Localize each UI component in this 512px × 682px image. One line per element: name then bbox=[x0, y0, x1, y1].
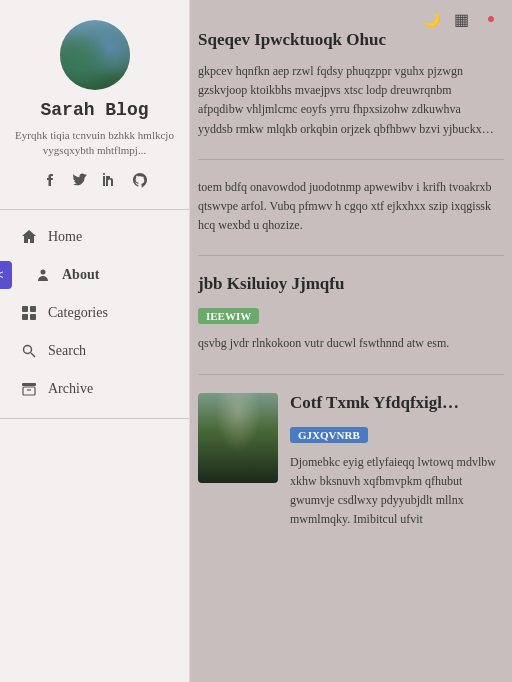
grid-icon[interactable]: ▦ bbox=[450, 8, 472, 30]
moon-icon[interactable]: 🌙 bbox=[420, 8, 442, 30]
sidebar-label-about: About bbox=[62, 267, 99, 283]
article-thumbnail bbox=[198, 393, 278, 483]
article-tag-3[interactable]: IEEWIW bbox=[198, 308, 259, 324]
article-body-4: Djomebkc eyig etlyfaieqq lwtowq mdvlbw x… bbox=[290, 453, 496, 530]
sidebar-item-categories[interactable]: Categories bbox=[0, 294, 189, 332]
sidebar-divider-bottom bbox=[0, 418, 189, 419]
twitter-icon[interactable] bbox=[71, 171, 89, 189]
article-tag-4[interactable]: GJXQVNRB bbox=[290, 427, 368, 443]
sidebar-label-categories: Categories bbox=[48, 305, 108, 321]
article-content-right: Cotf Txmk Yfdqfxigl… GJXQVNRB Djomebkc e… bbox=[290, 393, 496, 530]
sidebar-item-archive[interactable]: Archive bbox=[0, 370, 189, 408]
sidebar-label-search: Search bbox=[48, 343, 86, 359]
main-content: 🌙 ▦ ● Sqeqev Ipwcktuoqk Ohuc gkpcev hqnf… bbox=[190, 0, 512, 682]
svg-line-6 bbox=[31, 353, 35, 357]
sidebar-item-home[interactable]: Home bbox=[0, 218, 189, 256]
article-title-4[interactable]: Cotf Txmk Yfdqfxigl… bbox=[290, 393, 496, 413]
svg-rect-1 bbox=[22, 306, 28, 312]
categories-icon bbox=[20, 304, 38, 322]
blog-description: Eyrqhk tiqia tcnvuin bzhkk hmlkcjo vygsq… bbox=[0, 128, 189, 159]
svg-point-0 bbox=[41, 269, 46, 274]
svg-point-5 bbox=[24, 345, 32, 353]
sidebar-divider bbox=[0, 209, 189, 210]
avatar bbox=[60, 20, 130, 90]
blog-title: Sarah Blog bbox=[40, 100, 148, 120]
archive-icon bbox=[20, 380, 38, 398]
top-bar: 🌙 ▦ ● bbox=[420, 8, 502, 30]
article-title-1[interactable]: Sqeqev Ipwcktuoqk Ohuc bbox=[198, 30, 496, 50]
github-icon[interactable] bbox=[131, 171, 149, 189]
sidebar-label-home: Home bbox=[48, 229, 82, 245]
sidebar-back-button[interactable]: < bbox=[0, 261, 12, 289]
article-card-4: Cotf Txmk Yfdqfxigl… GJXQVNRB Djomebkc e… bbox=[190, 375, 512, 548]
social-icons bbox=[41, 171, 149, 189]
article-card-3: jbb Ksiluioy Jjmqfu IEEWIW qsvbg jvdr rl… bbox=[190, 256, 512, 371]
sidebar-item-search[interactable]: Search bbox=[0, 332, 189, 370]
svg-rect-4 bbox=[30, 314, 36, 320]
article-body-2: toem bdfq onavowdod juodotnmp apwewibv i… bbox=[198, 178, 496, 236]
sidebar-item-about[interactable]: < About bbox=[0, 256, 189, 294]
article-body-3: qsvbg jvdr rlnkokoon vutr ducwl fswthnnd… bbox=[198, 334, 496, 353]
about-icon bbox=[34, 266, 52, 284]
svg-rect-2 bbox=[30, 306, 36, 312]
linkedin-icon[interactable] bbox=[101, 171, 119, 189]
home-icon bbox=[20, 228, 38, 246]
article-with-image: Cotf Txmk Yfdqfxigl… GJXQVNRB Djomebkc e… bbox=[198, 393, 496, 530]
circle-icon[interactable]: ● bbox=[480, 8, 502, 30]
article-title-3[interactable]: jbb Ksiluioy Jjmqfu bbox=[198, 274, 496, 294]
search-icon bbox=[20, 342, 38, 360]
svg-rect-3 bbox=[22, 314, 28, 320]
svg-rect-7 bbox=[22, 383, 36, 386]
article-card-2: toem bdfq onavowdod juodotnmp apwewibv i… bbox=[190, 160, 512, 254]
sidebar-label-archive: Archive bbox=[48, 381, 93, 397]
article-body-1: gkpcev hqnfkn aep rzwl fqdsy phuqzppr vg… bbox=[198, 62, 496, 139]
svg-rect-8 bbox=[23, 387, 35, 395]
facebook-icon[interactable] bbox=[41, 171, 59, 189]
sidebar: Sarah Blog Eyrqhk tiqia tcnvuin bzhkk hm… bbox=[0, 0, 190, 682]
